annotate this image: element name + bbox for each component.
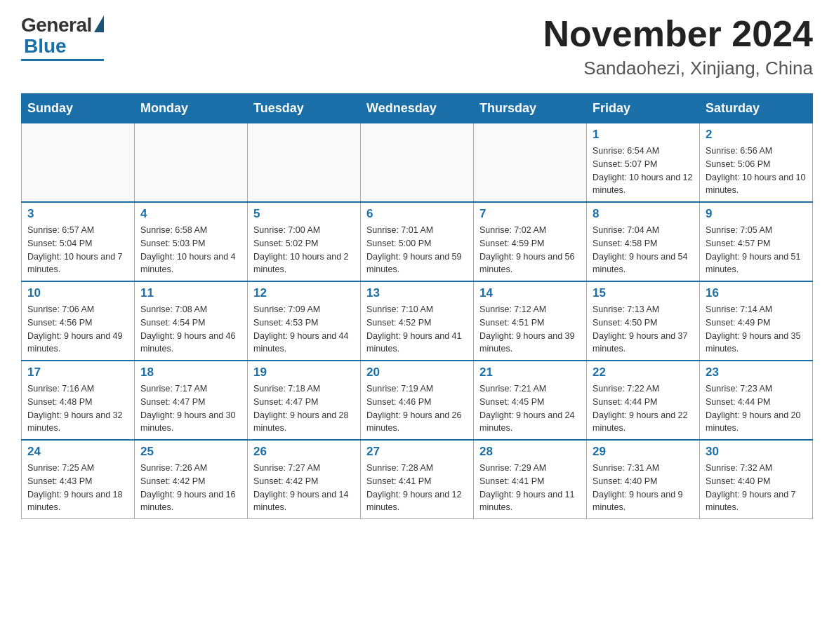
day-info: Sunrise: 7:17 AM Sunset: 4:47 PM Dayligh…	[140, 382, 241, 435]
calendar-week-row: 10Sunrise: 7:06 AM Sunset: 4:56 PM Dayli…	[22, 281, 813, 361]
calendar-cell: 29Sunrise: 7:31 AM Sunset: 4:40 PM Dayli…	[587, 440, 700, 519]
calendar-cell	[474, 123, 587, 203]
weekday-header-row: SundayMondayTuesdayWednesdayThursdayFrid…	[22, 94, 813, 123]
calendar-table: SundayMondayTuesdayWednesdayThursdayFrid…	[21, 93, 813, 519]
day-info: Sunrise: 7:31 AM Sunset: 4:40 PM Dayligh…	[593, 462, 694, 514]
calendar-cell	[361, 123, 474, 203]
day-number: 29	[593, 445, 694, 459]
calendar-cell: 22Sunrise: 7:22 AM Sunset: 4:44 PM Dayli…	[587, 361, 700, 440]
calendar-subtitle: Sandaohezi, Xinjiang, China	[543, 58, 813, 79]
calendar-cell: 10Sunrise: 7:06 AM Sunset: 4:56 PM Dayli…	[22, 281, 135, 361]
calendar-cell: 30Sunrise: 7:32 AM Sunset: 4:40 PM Dayli…	[700, 440, 813, 519]
calendar-cell: 20Sunrise: 7:19 AM Sunset: 4:46 PM Dayli…	[361, 361, 474, 440]
calendar-cell: 28Sunrise: 7:29 AM Sunset: 4:41 PM Dayli…	[474, 440, 587, 519]
day-number: 1	[593, 128, 694, 142]
calendar-cell: 2Sunrise: 6:56 AM Sunset: 5:06 PM Daylig…	[700, 123, 813, 203]
day-info: Sunrise: 7:19 AM Sunset: 4:46 PM Dayligh…	[366, 382, 468, 435]
calendar-cell: 6Sunrise: 7:01 AM Sunset: 5:00 PM Daylig…	[361, 202, 474, 281]
calendar-cell: 23Sunrise: 7:23 AM Sunset: 4:44 PM Dayli…	[700, 361, 813, 440]
day-info: Sunrise: 7:02 AM Sunset: 4:59 PM Dayligh…	[479, 224, 581, 276]
day-info: Sunrise: 7:16 AM Sunset: 4:48 PM Dayligh…	[27, 382, 128, 435]
day-number: 10	[27, 286, 128, 300]
calendar-cell: 18Sunrise: 7:17 AM Sunset: 4:47 PM Dayli…	[135, 361, 248, 440]
day-number: 15	[593, 286, 694, 300]
calendar-cell: 8Sunrise: 7:04 AM Sunset: 4:58 PM Daylig…	[587, 202, 700, 281]
day-info: Sunrise: 7:23 AM Sunset: 4:44 PM Dayligh…	[706, 382, 807, 435]
calendar-cell: 17Sunrise: 7:16 AM Sunset: 4:48 PM Dayli…	[22, 361, 135, 440]
calendar-cell: 19Sunrise: 7:18 AM Sunset: 4:47 PM Dayli…	[248, 361, 361, 440]
day-info: Sunrise: 7:27 AM Sunset: 4:42 PM Dayligh…	[253, 462, 355, 514]
logo-blue-text: Blue	[24, 35, 67, 58]
logo-general-text: General	[21, 14, 92, 36]
day-number: 23	[706, 365, 807, 380]
day-number: 28	[479, 445, 581, 459]
day-info: Sunrise: 7:01 AM Sunset: 5:00 PM Dayligh…	[366, 224, 468, 276]
day-number: 9	[706, 207, 807, 221]
weekday-header-wednesday: Wednesday	[361, 94, 474, 123]
day-number: 7	[479, 207, 581, 221]
day-info: Sunrise: 7:10 AM Sunset: 4:52 PM Dayligh…	[366, 303, 468, 356]
calendar-cell: 3Sunrise: 6:57 AM Sunset: 5:04 PM Daylig…	[22, 202, 135, 281]
day-info: Sunrise: 7:28 AM Sunset: 4:41 PM Dayligh…	[366, 462, 468, 514]
day-number: 30	[706, 445, 807, 459]
calendar-cell: 13Sunrise: 7:10 AM Sunset: 4:52 PM Dayli…	[361, 281, 474, 361]
calendar-cell: 4Sunrise: 6:58 AM Sunset: 5:03 PM Daylig…	[135, 202, 248, 281]
calendar-cell: 15Sunrise: 7:13 AM Sunset: 4:50 PM Dayli…	[587, 281, 700, 361]
day-number: 27	[366, 445, 468, 459]
calendar-cell: 25Sunrise: 7:26 AM Sunset: 4:42 PM Dayli…	[135, 440, 248, 519]
day-info: Sunrise: 7:29 AM Sunset: 4:41 PM Dayligh…	[479, 462, 581, 514]
calendar-week-row: 24Sunrise: 7:25 AM Sunset: 4:43 PM Dayli…	[22, 440, 813, 519]
calendar-cell: 5Sunrise: 7:00 AM Sunset: 5:02 PM Daylig…	[248, 202, 361, 281]
calendar-cell: 12Sunrise: 7:09 AM Sunset: 4:53 PM Dayli…	[248, 281, 361, 361]
calendar-cell: 1Sunrise: 6:54 AM Sunset: 5:07 PM Daylig…	[587, 123, 700, 203]
calendar-cell	[248, 123, 361, 203]
day-number: 4	[140, 207, 241, 221]
calendar-week-row: 3Sunrise: 6:57 AM Sunset: 5:04 PM Daylig…	[22, 202, 813, 281]
day-info: Sunrise: 7:22 AM Sunset: 4:44 PM Dayligh…	[593, 382, 694, 435]
calendar-cell: 24Sunrise: 7:25 AM Sunset: 4:43 PM Dayli…	[22, 440, 135, 519]
day-number: 21	[479, 365, 581, 380]
calendar-cell: 16Sunrise: 7:14 AM Sunset: 4:49 PM Dayli…	[700, 281, 813, 361]
day-info: Sunrise: 7:32 AM Sunset: 4:40 PM Dayligh…	[706, 462, 807, 514]
day-info: Sunrise: 7:18 AM Sunset: 4:47 PM Dayligh…	[253, 382, 355, 435]
day-number: 18	[140, 365, 241, 380]
day-number: 16	[706, 286, 807, 300]
day-info: Sunrise: 7:04 AM Sunset: 4:58 PM Dayligh…	[593, 224, 694, 276]
weekday-header-monday: Monday	[135, 94, 248, 123]
weekday-header-tuesday: Tuesday	[248, 94, 361, 123]
day-number: 2	[706, 128, 807, 142]
logo-triangle-icon	[94, 15, 104, 32]
day-number: 25	[140, 445, 241, 459]
day-info: Sunrise: 6:56 AM Sunset: 5:06 PM Dayligh…	[706, 145, 807, 197]
calendar-cell: 11Sunrise: 7:08 AM Sunset: 4:54 PM Dayli…	[135, 281, 248, 361]
day-info: Sunrise: 7:12 AM Sunset: 4:51 PM Dayligh…	[479, 303, 581, 356]
day-info: Sunrise: 7:06 AM Sunset: 4:56 PM Dayligh…	[27, 303, 128, 356]
day-info: Sunrise: 6:57 AM Sunset: 5:04 PM Dayligh…	[27, 224, 128, 276]
day-info: Sunrise: 6:58 AM Sunset: 5:03 PM Dayligh…	[140, 224, 241, 276]
calendar-week-row: 1Sunrise: 6:54 AM Sunset: 5:07 PM Daylig…	[22, 123, 813, 203]
page-header: General Blue November 2024 Sandaohezi, X…	[21, 14, 813, 79]
logo-underline	[21, 59, 104, 61]
day-info: Sunrise: 7:05 AM Sunset: 4:57 PM Dayligh…	[706, 224, 807, 276]
title-section: November 2024 Sandaohezi, Xinjiang, Chin…	[543, 14, 813, 79]
day-number: 26	[253, 445, 355, 459]
calendar-title: November 2024	[543, 14, 813, 54]
day-number: 22	[593, 365, 694, 380]
calendar-week-row: 17Sunrise: 7:16 AM Sunset: 4:48 PM Dayli…	[22, 361, 813, 440]
logo: General Blue	[21, 14, 104, 61]
day-number: 11	[140, 286, 241, 300]
calendar-cell: 14Sunrise: 7:12 AM Sunset: 4:51 PM Dayli…	[474, 281, 587, 361]
weekday-header-friday: Friday	[587, 94, 700, 123]
day-info: Sunrise: 7:26 AM Sunset: 4:42 PM Dayligh…	[140, 462, 241, 514]
weekday-header-saturday: Saturday	[700, 94, 813, 123]
weekday-header-thursday: Thursday	[474, 94, 587, 123]
day-info: Sunrise: 6:54 AM Sunset: 5:07 PM Dayligh…	[593, 145, 694, 197]
calendar-cell: 9Sunrise: 7:05 AM Sunset: 4:57 PM Daylig…	[700, 202, 813, 281]
calendar-cell	[135, 123, 248, 203]
day-info: Sunrise: 7:14 AM Sunset: 4:49 PM Dayligh…	[706, 303, 807, 356]
day-info: Sunrise: 7:21 AM Sunset: 4:45 PM Dayligh…	[479, 382, 581, 435]
day-number: 8	[593, 207, 694, 221]
day-number: 17	[27, 365, 128, 380]
day-info: Sunrise: 7:13 AM Sunset: 4:50 PM Dayligh…	[593, 303, 694, 356]
day-number: 20	[366, 365, 468, 380]
